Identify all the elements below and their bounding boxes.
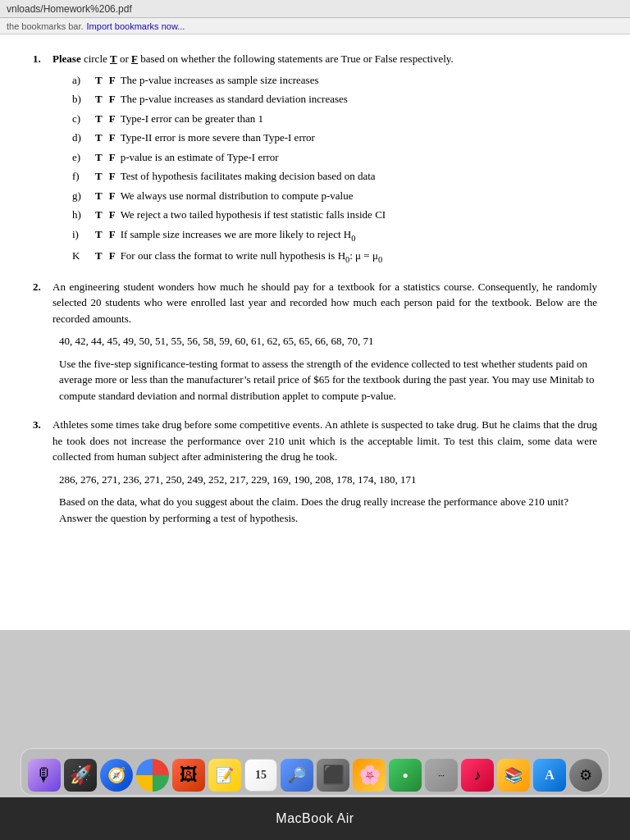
siri-dock-icon[interactable]: 🎙 xyxy=(28,759,61,792)
appstore-dock-icon[interactable]: A xyxy=(533,759,566,792)
tf-item-k: K T F For our class the format to write … xyxy=(72,248,597,266)
tf-text-f: Test of hypothesis facilitates making de… xyxy=(121,168,597,185)
tf-text-a: The p-value increases as sample size inc… xyxy=(121,72,597,89)
green-app-dock-icon[interactable]: ● xyxy=(389,759,422,792)
tf-text-c: Type-I error can be greater than 1 xyxy=(121,111,597,127)
tf-t-g: T xyxy=(95,188,103,204)
photos-dock-icon[interactable]: 🖼 xyxy=(172,759,205,792)
q1-number: 1. xyxy=(33,51,46,67)
tf-letter-k: K xyxy=(72,248,90,264)
tf-item-i: i) T F If sample size increases we are m… xyxy=(72,226,597,244)
books-dock-icon[interactable]: 📚 xyxy=(497,759,530,792)
dock: 🎙 🚀 🧭 🖼 📝 15 🔎 ⬛ 🌸 ● ··· ♪ 📚 A ⚙ xyxy=(21,748,609,796)
q3-instructions: Based on the data, what do you suggest a… xyxy=(59,494,597,526)
q3-instructions-text: Based on the data, what do you suggest a… xyxy=(59,494,597,526)
tf-letter-f: f) xyxy=(72,168,90,185)
tf-item-d: d) T F Type-II error is more severe than… xyxy=(72,130,597,146)
tf-text-h: We reject a two tailed hypothesis if tes… xyxy=(121,207,597,223)
macbook-label: MacBook Air xyxy=(276,811,354,826)
tf-letter-i: i) xyxy=(72,226,90,243)
tf-t-d: T xyxy=(95,130,103,146)
import-bookmarks-link[interactable]: Import bookmarks now... xyxy=(87,21,185,31)
q1-f: F xyxy=(131,52,138,65)
tf-item-c: c) T F Type-I error can be greater than … xyxy=(72,111,597,127)
question-2-header: 2. An engineering student wonders how mu… xyxy=(33,279,597,327)
tf-letter-e: e) xyxy=(72,149,90,166)
tf-f-g: F xyxy=(109,188,116,204)
question-1-header: 1. Please circle T or F based on whether… xyxy=(33,51,597,67)
question-1: 1. Please circle T or F based on whether… xyxy=(33,51,597,266)
tf-list: a) T F The p-value increases as sample s… xyxy=(72,72,597,266)
tf-f-e: F xyxy=(109,149,116,166)
calendar-dock-icon[interactable]: 15 xyxy=(244,759,277,792)
q2-intro: An engineering student wonders how much … xyxy=(52,279,597,327)
tf-t-h: T xyxy=(95,207,103,223)
browser-url-bar: vnloads/Homework%206.pdf xyxy=(0,0,630,18)
tf-t-c: T xyxy=(95,111,103,127)
tf-f-h: F xyxy=(109,207,116,223)
tf-f-k: F xyxy=(109,248,116,264)
q2-data: 40, 42, 44, 45, 49, 50, 51, 55, 56, 58, … xyxy=(59,333,597,349)
tf-f-i: F xyxy=(109,226,116,243)
notes-dock-icon[interactable]: 📝 xyxy=(208,759,241,792)
tf-t-e: T xyxy=(95,149,103,166)
q1-intro: Please circle T or F based on whether th… xyxy=(52,51,597,67)
tf-f-c: F xyxy=(109,111,116,127)
macos-bottom-bar: MacBook Air xyxy=(0,797,630,840)
tf-item-e: e) T F p-value is an estimate of Type-I … xyxy=(72,149,597,166)
bookmark-text: the bookmarks bar. xyxy=(7,21,84,31)
q3-intro: Athletes some times take drug before som… xyxy=(52,417,597,465)
q1-please: Please xyxy=(52,52,81,65)
tf-item-a: a) T F The p-value increases as sample s… xyxy=(72,72,597,89)
tf-t-b: T xyxy=(95,91,103,107)
tf-letter-c: c) xyxy=(72,111,90,127)
q2-instructions-text: Use the five-step significance-testing f… xyxy=(59,356,597,404)
tf-f-d: F xyxy=(109,130,116,146)
q2-instructions: Use the five-step significance-testing f… xyxy=(59,356,597,404)
q2-number: 2. xyxy=(33,279,46,327)
finder-dock-icon[interactable]: 🔎 xyxy=(281,759,313,792)
tf-letter-h: h) xyxy=(72,207,90,223)
tf-text-b: The p-value increases as standard deviat… xyxy=(121,91,597,107)
tf-text-i: If sample size increases we are more lik… xyxy=(121,226,597,244)
tf-t-f: T xyxy=(95,168,103,185)
question-3: 3. Athletes some times take drug before … xyxy=(33,417,597,526)
photos2-dock-icon[interactable]: 🌸 xyxy=(353,759,386,792)
pdf-content: 1. Please circle T or F based on whether… xyxy=(0,34,630,630)
tf-t-a: T xyxy=(95,72,103,89)
q3-number: 3. xyxy=(33,417,46,465)
tf-f-b: F xyxy=(109,91,116,107)
question-3-header: 3. Athletes some times take drug before … xyxy=(33,417,597,465)
safari-dock-icon[interactable]: 🧭 xyxy=(100,759,133,792)
tf-f-a: F xyxy=(109,72,116,89)
tf-item-g: g) T F We always use normal distribution… xyxy=(72,188,597,204)
tf-letter-d: d) xyxy=(72,130,90,146)
url-text: vnloads/Homework%206.pdf xyxy=(7,3,132,15)
tf-t-i: T xyxy=(95,226,103,243)
dock-container: 🎙 🚀 🧭 🖼 📝 15 🔎 ⬛ 🌸 ● ··· ♪ 📚 A ⚙ xyxy=(0,746,630,797)
question-2: 2. An engineering student wonders how mu… xyxy=(33,279,597,404)
tf-item-h: h) T F We reject a two tailed hypothesis… xyxy=(72,207,597,223)
tf-text-k: For our class the format to write null h… xyxy=(121,248,597,266)
chrome-dock-icon[interactable] xyxy=(136,759,169,792)
tf-letter-b: b) xyxy=(72,91,90,107)
tf-t-k: T xyxy=(95,248,103,264)
q3-data: 286, 276, 271, 236, 271, 250, 249, 252, … xyxy=(59,472,597,488)
tf-letter-g: g) xyxy=(72,188,90,204)
bookmark-bar: the bookmarks bar. Import bookmarks now.… xyxy=(0,18,630,34)
launchpad-dock-icon[interactable]: 🚀 xyxy=(64,759,97,792)
dots-app-dock-icon[interactable]: ··· xyxy=(425,759,458,792)
tf-letter-a: a) xyxy=(72,72,90,89)
tf-f-f: F xyxy=(109,168,116,185)
tf-item-b: b) T F The p-value increases as standard… xyxy=(72,91,597,107)
tf-text-d: Type-II error is more severe than Type-I… xyxy=(121,130,597,146)
tf-text-g: We always use normal distribution to com… xyxy=(121,188,597,204)
q1-t: T xyxy=(110,52,117,65)
tf-item-f: f) T F Test of hypothesis facilitates ma… xyxy=(72,168,597,185)
settings-dock-icon[interactable]: ⚙ xyxy=(569,759,602,792)
tf-text-e: p-value is an estimate of Type-I error xyxy=(121,149,597,166)
dashboard-dock-icon[interactable]: ⬛ xyxy=(317,759,349,792)
music-dock-icon[interactable]: ♪ xyxy=(461,759,494,792)
